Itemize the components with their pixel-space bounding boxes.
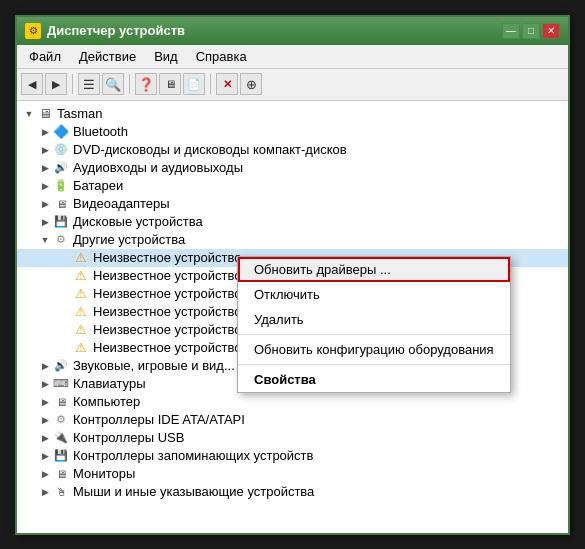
menu-help[interactable]: Справка [188,47,255,66]
disk-label: Дисковые устройства [73,214,203,229]
sound-label: Звуковые, игровые и вид... [73,358,235,373]
tree-item-disk[interactable]: ▶ 💾 Дисковые устройства [17,213,568,231]
tree-item-dvd[interactable]: ▶ 💿 DVD-дисководы и дисководы компакт-ди… [17,141,568,159]
close-button[interactable]: ✕ [542,23,560,39]
refresh-button[interactable]: ⊕ [240,73,262,95]
keyboard-icon: ⌨ [53,376,69,392]
unknown6-label: Неизвестное устройство [93,340,242,355]
tree-item-audio[interactable]: ▶ 🔊 Аудиовходы и аудиовыходы [17,159,568,177]
warning-icon-3: ⚠ [73,286,89,302]
minimize-button[interactable]: — [502,23,520,39]
audio-icon: 🔊 [53,160,69,176]
ctx-disable[interactable]: Отключить [238,282,510,307]
computer-label: Компьютер [73,394,140,409]
root-expand-icon: ▼ [21,106,37,122]
unknown4-expand-icon [57,304,73,320]
bluetooth-label: Bluetooth [73,124,128,139]
tree-item-monitors[interactable]: ▶ 🖥 Мониторы [17,465,568,483]
help-button[interactable]: ❓ [135,73,157,95]
menu-action[interactable]: Действие [71,47,144,66]
unknown3-expand-icon [57,286,73,302]
ctx-delete-label: Удалить [254,312,304,327]
dvd-expand-icon: ▶ [37,142,53,158]
tree-item-bluetooth[interactable]: ▶ 🔷 Bluetooth [17,123,568,141]
bt-expand-icon: ▶ [37,124,53,140]
tree-item-usb[interactable]: ▶ 🔌 Контроллеры USB [17,429,568,447]
video-expand-icon: ▶ [37,196,53,212]
unknown2-label: Неизвестное устройство [93,268,242,283]
unknown6-expand-icon [57,340,73,356]
battery-label: Батареи [73,178,123,193]
audio-label: Аудиовходы и аудиовыходы [73,160,243,175]
warning-icon-1: ⚠ [73,250,89,266]
ctx-properties[interactable]: Свойства [238,367,510,392]
storage-label: Контроллеры запоминающих устройств [73,448,313,463]
other-label: Другие устройства [73,232,185,247]
monitor-button[interactable]: 🖥 [159,73,181,95]
keyboard-label: Клавиатуры [73,376,146,391]
mice-label: Мыши и иные указывающие устройства [73,484,314,499]
dvd-icon: 💿 [53,142,69,158]
warning-icon-5: ⚠ [73,322,89,338]
device-manager-window: ⚙ Диспетчер устройств — □ ✕ Файл Действи… [15,15,570,535]
tree-item-storage[interactable]: ▶ 💾 Контроллеры запоминающих устройств [17,447,568,465]
maximize-button[interactable]: □ [522,23,540,39]
storage-expand-icon: ▶ [37,448,53,464]
unknown3-label: Неизвестное устройство [93,286,242,301]
tree-item-mice[interactable]: ▶ 🖱 Мыши и иные указывающие устройства [17,483,568,501]
battery-icon: 🔋 [53,178,69,194]
usb-label: Контроллеры USB [73,430,184,445]
ctx-update-drivers-label: Обновить драйверы [254,262,376,277]
tree-item-computer[interactable]: ▶ 🖥 Компьютер [17,393,568,411]
disk-expand-icon: ▶ [37,214,53,230]
ctx-delete[interactable]: Удалить [238,307,510,332]
ide-icon: ⚙ [53,412,69,428]
ctx-update-drivers[interactable]: Обновить драйверы [238,257,510,282]
delete-button[interactable]: ✕ [216,73,238,95]
scan-button[interactable]: 🔍 [102,73,124,95]
sound-expand-icon: ▶ [37,358,53,374]
video-label: Видеоадаптеры [73,196,170,211]
back-button[interactable]: ◀ [21,73,43,95]
title-bar: ⚙ Диспетчер устройств — □ ✕ [17,17,568,45]
window-icon: ⚙ [25,23,41,39]
menu-view[interactable]: Вид [146,47,186,66]
mouse-icon: 🖱 [53,484,69,500]
window-controls: — □ ✕ [502,23,560,39]
tree-item-video[interactable]: ▶ 🖥 Видеоадаптеры [17,195,568,213]
properties-button[interactable]: ☰ [78,73,100,95]
pc-icon: 🖥 [53,394,69,410]
ctx-scan[interactable]: Обновить конфигурацию оборудования [238,337,510,362]
monitors-expand-icon: ▶ [37,466,53,482]
ide-expand-icon: ▶ [37,412,53,428]
context-menu: Обновить драйверы Отключить Удалить Обно… [237,256,511,393]
tree-item-other[interactable]: ▼ ⚙ Другие устройства [17,231,568,249]
computer-icon: 🖥 [37,106,53,122]
unknown1-expand-icon [57,250,73,266]
other-icon: ⚙ [53,232,69,248]
audio-expand-icon: ▶ [37,160,53,176]
ide-label: Контроллеры IDE ATA/ATAPI [73,412,245,427]
toolbar-separator-3 [210,74,211,94]
toolbar-separator-1 [72,74,73,94]
unknown1-label: Неизвестное устройство [93,250,242,265]
device-tree: ▼ 🖥 Tasman ▶ 🔷 Bluetooth ▶ 💿 DVD-дисково… [17,101,568,533]
tree-item-ide[interactable]: ▶ ⚙ Контроллеры IDE ATA/ATAPI [17,411,568,429]
menu-file[interactable]: Файл [21,47,69,66]
ctx-disable-label: Отключить [254,287,320,302]
keyboard-expand-icon: ▶ [37,376,53,392]
other-expand-icon: ▼ [37,232,53,248]
monitor-icon: 🖥 [53,466,69,482]
window-title: Диспетчер устройств [47,23,496,38]
storage-icon: 💾 [53,448,69,464]
root-label: Tasman [57,106,103,121]
warning-icon-2: ⚠ [73,268,89,284]
forward-button[interactable]: ▶ [45,73,67,95]
ctx-separator [238,334,510,335]
tree-item-battery[interactable]: ▶ 🔋 Батареи [17,177,568,195]
tree-root[interactable]: ▼ 🖥 Tasman [17,105,568,123]
warning-icon-6: ⚠ [73,340,89,356]
display-icon: 🖥 [53,196,69,212]
toolbar: ◀ ▶ ☰ 🔍 ❓ 🖥 📄 ✕ ⊕ [17,69,568,101]
doc-button[interactable]: 📄 [183,73,205,95]
